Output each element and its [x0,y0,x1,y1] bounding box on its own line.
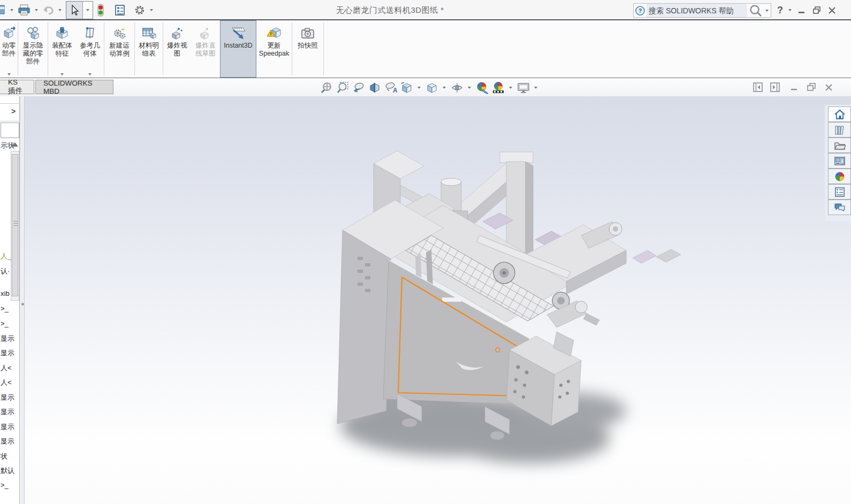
view-settings-caret[interactable] [534,87,537,89]
ribbon-move-component[interactable]: 动零 部件 [0,20,18,78]
options-dropdown-caret[interactable] [150,9,153,11]
tree-item-fragment[interactable]: 显示 [1,393,19,402]
options-button[interactable] [132,2,148,18]
ribbon-exploded-view[interactable]: 爆炸视 图 [163,20,191,78]
restore-button[interactable] [810,3,824,17]
select-tool-group [66,1,93,19]
heads-up-view-toolbar: A [319,80,540,95]
view-orientation-caret[interactable] [417,87,421,89]
taskpane-tab-file-explorer[interactable] [828,138,851,153]
tree-item-fragment[interactable]: 默认 [1,466,19,476]
taskpane-tab-home[interactable] [828,106,851,122]
ribbon-label: 材料明 [139,42,159,50]
rebuild-button[interactable] [95,2,106,18]
properties-button[interactable] [112,2,127,18]
previous-view-icon [352,81,365,94]
move-component-caret[interactable] [7,73,11,75]
tree-item-fragment[interactable]: 状 [1,452,19,461]
ribbon-bill-of-materials[interactable]: 材料明 细表 [135,20,163,78]
tab-solidworks-addins[interactable]: KS 插件 [0,80,34,94]
ribbon-update-speedpak[interactable]: ! 更新 Speedpak [256,20,292,78]
svg-text:?: ? [639,7,642,14]
zoom-to-area-button[interactable] [335,81,349,95]
taskpane-tab-custom-properties[interactable] [828,184,851,200]
ribbon-label: 何体 [80,50,100,58]
tree-item-fragment[interactable]: >_ [1,319,19,327]
previous-view-button[interactable] [351,81,366,95]
select-tool-dropdown[interactable] [82,2,93,19]
tree-item-fragment[interactable]: 认· [1,266,19,276]
ribbon-show-hidden-components[interactable]: 显示隐 藏的零 部件 [18,20,48,78]
print-dropdown-caret[interactable] [35,9,38,11]
taskpane-tab-view-palette[interactable] [828,153,851,169]
view-orientation-button[interactable] [399,81,414,95]
section-view-icon [368,81,381,94]
ribbon-take-snapshot[interactable]: 拍快照 [292,20,323,78]
expand-panel-button[interactable]: > [9,106,18,117]
tree-item-fragment[interactable]: xib [1,289,19,297]
help-button[interactable]: ? [775,5,785,16]
undo-dropdown-caret[interactable] [58,9,62,11]
tree-item-fragment[interactable]: 显示 [1,348,19,358]
zoom-to-fit-button[interactable] [319,81,333,95]
print-button[interactable] [16,2,33,18]
tree-item-fragment[interactable]: >_ [1,481,19,489]
ribbon-instant3d[interactable]: Instant3D [220,20,256,78]
ribbon-assembly-features[interactable]: 装配体 特征 [48,20,76,78]
panel-filter-box[interactable] [1,123,19,138]
instant3d-icon [229,25,247,42]
taskpane-tab-forum[interactable] [828,200,851,215]
hide-show-items-caret[interactable] [468,87,471,89]
panel-splitter[interactable] [20,96,25,504]
traffic-light-icon [97,4,104,17]
hide-show-items-button[interactable] [450,81,464,95]
search-icon[interactable] [747,4,763,18]
ribbon-new-motion-study[interactable]: 新建运 动算例 [104,20,134,78]
doc-restore-button[interactable] [806,81,817,93]
file-dropdown-caret[interactable] [10,9,13,11]
tree-item-fragment[interactable]: 人< [1,378,19,387]
close-button[interactable] [825,3,839,17]
tree-item-fragment[interactable]: 显示 [1,422,19,432]
minimize-button[interactable] [795,3,809,17]
apply-scene-caret[interactable] [509,87,512,89]
taskpane-tab-appearances[interactable] [828,169,851,184]
reference-geometry-caret[interactable] [88,73,92,75]
doc-minimize-button[interactable] [788,81,800,93]
taskpane-tab-design-library[interactable] [828,122,851,138]
panel-scrollbar[interactable] [11,151,19,301]
splitter-grip[interactable] [21,303,24,306]
tree-item-fragment[interactable]: 人_ [1,251,19,261]
view-settings-button[interactable] [516,81,530,95]
section-view-button[interactable] [367,81,382,95]
apply-scene-button[interactable] [491,81,505,95]
tree-item-fragment[interactable]: 显示 [1,437,19,446]
tree-item-fragment[interactable]: 显示 [1,407,19,417]
graphics-viewport[interactable]: Y X [0,96,851,504]
help-dropdown-caret[interactable] [788,9,792,11]
forum-chat-icon [834,202,846,213]
doc-close-button[interactable] [823,81,834,93]
tab-solidworks-mbd[interactable]: SOLIDWORKS MBD [35,80,113,94]
tab-label: KS 插件 [1,78,26,96]
scroll-up-arrow[interactable] [12,142,18,147]
search-dropdown-caret[interactable] [765,10,769,12]
dynamic-annotation-views-button[interactable]: A [383,81,398,95]
tree-item-fragment[interactable]: >_ [1,304,19,312]
ribbon-reference-geometry[interactable]: 参考几 何体 [76,20,104,78]
display-style-caret[interactable] [443,87,446,89]
display-style-button[interactable] [424,81,439,95]
assembly-features-caret[interactable] [60,73,64,75]
select-tool-button[interactable] [66,2,82,19]
tree-item-fragment[interactable]: 显示 [1,334,19,343]
undo-button[interactable] [40,2,56,18]
search-input[interactable] [647,4,747,17]
tree-item-fragment[interactable]: 人< [1,363,19,373]
edit-appearance-button[interactable] [475,81,489,95]
pane-next-button[interactable] [769,81,781,93]
explode-line-sketch-icon [199,25,212,42]
ribbon-label: Instant3D [224,42,253,50]
file-icon[interactable] [0,2,8,18]
ribbon-label: 动算例 [109,50,130,58]
pane-previous-button[interactable] [752,81,764,93]
